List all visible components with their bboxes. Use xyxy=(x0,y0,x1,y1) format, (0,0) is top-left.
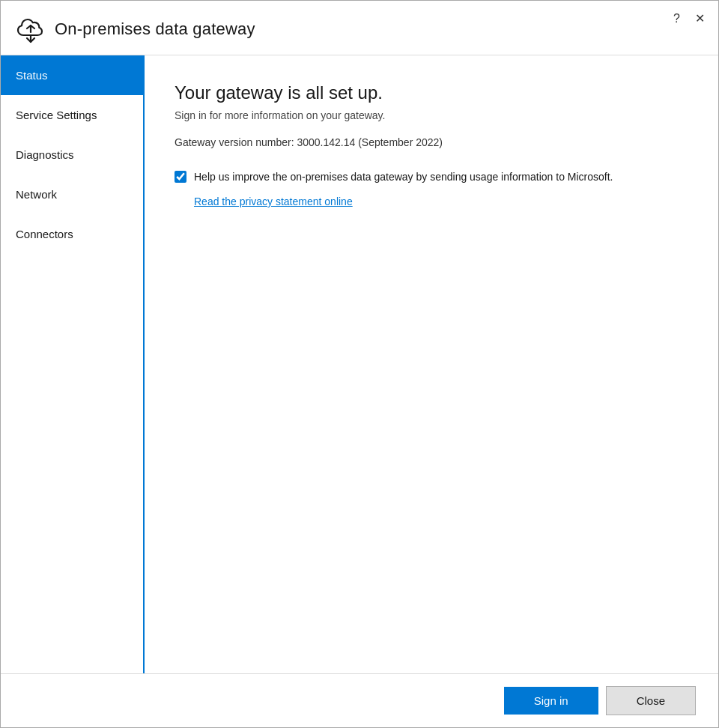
sidebar-item-network[interactable]: Network xyxy=(1,175,143,214)
version-info: Gateway version number: 3000.142.14 (Sep… xyxy=(175,136,688,148)
content-area: Your gateway is all set up. Sign in for … xyxy=(145,55,718,673)
app-window: On-premises data gateway ? ✕ Status Serv… xyxy=(0,0,719,728)
sidebar-item-status[interactable]: Status xyxy=(1,55,143,95)
footer: Sign in Close xyxy=(1,673,718,727)
sidebar: Status Service Settings Diagnostics Netw… xyxy=(1,55,145,673)
close-window-button[interactable]: ✕ xyxy=(692,11,708,26)
sidebar-item-connectors[interactable]: Connectors xyxy=(1,214,143,254)
cloud-gateway-icon xyxy=(16,14,46,44)
title-bar-controls: ? ✕ xyxy=(670,11,708,26)
telemetry-checkbox[interactable] xyxy=(175,171,186,183)
signin-button[interactable]: Sign in xyxy=(504,687,598,715)
sidebar-item-diagnostics[interactable]: Diagnostics xyxy=(1,135,143,175)
window-title: On-premises data gateway xyxy=(55,19,255,39)
main-content: Status Service Settings Diagnostics Netw… xyxy=(1,55,718,673)
telemetry-checkbox-row: Help us improve the on-premises data gat… xyxy=(175,169,688,186)
title-bar: On-premises data gateway ? ✕ xyxy=(1,1,718,55)
telemetry-checkbox-label[interactable]: Help us improve the on-premises data gat… xyxy=(194,169,613,185)
content-title: Your gateway is all set up. xyxy=(175,82,688,103)
sidebar-item-service-settings[interactable]: Service Settings xyxy=(1,95,143,135)
privacy-link[interactable]: Read the privacy statement online xyxy=(194,195,353,207)
content-subtitle: Sign in for more information on your gat… xyxy=(175,109,688,121)
close-button[interactable]: Close xyxy=(606,686,696,715)
help-button[interactable]: ? xyxy=(670,11,683,26)
telemetry-checkbox-wrapper[interactable] xyxy=(175,171,186,186)
